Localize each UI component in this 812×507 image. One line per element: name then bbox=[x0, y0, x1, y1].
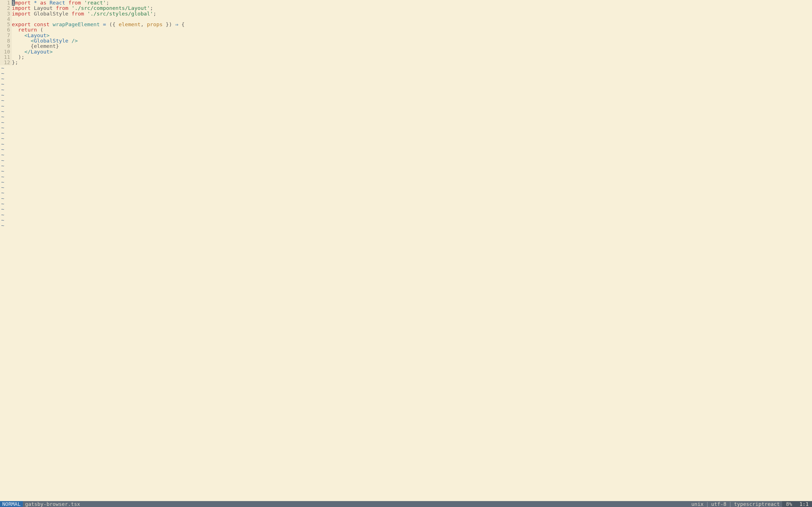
fileformat-label: unix bbox=[689, 501, 706, 507]
empty-line: ~ bbox=[0, 168, 812, 174]
statusbar-right: unix | utf-8 | typescriptreact 8% 1:1 bbox=[689, 501, 812, 507]
line-number: 3 bbox=[0, 11, 12, 16]
empty-line: ~ bbox=[0, 207, 812, 212]
code-line[interactable]: 10 </Layout> bbox=[0, 49, 812, 54]
code-content[interactable]: import * as React from 'react'; bbox=[12, 0, 109, 5]
statusbar-separator: | bbox=[706, 501, 709, 507]
code-line[interactable]: 12}; bbox=[0, 60, 812, 65]
empty-line: ~ bbox=[0, 98, 812, 103]
statusbar-separator: | bbox=[728, 501, 732, 507]
empty-line: ~ bbox=[0, 223, 812, 228]
empty-line: ~ bbox=[0, 120, 812, 125]
empty-line: ~ bbox=[0, 201, 812, 207]
tilde-marker: ~ bbox=[0, 179, 4, 185]
filetype-label: typescriptreact bbox=[732, 501, 782, 507]
tilde-marker: ~ bbox=[0, 196, 4, 201]
tilde-marker: ~ bbox=[0, 158, 4, 163]
line-number: 1 bbox=[0, 0, 12, 5]
empty-line: ~ bbox=[0, 217, 812, 223]
tilde-marker: ~ bbox=[0, 120, 4, 125]
empty-line: ~ bbox=[0, 163, 812, 168]
code-content[interactable]: {element} bbox=[12, 43, 59, 49]
filename-label: gatsby-browser.tsx bbox=[23, 501, 82, 507]
code-line[interactable]: 3import GlobalStyle from './src/styles/g… bbox=[0, 11, 812, 16]
code-content[interactable]: export const wrapPageElement = ({ elemen… bbox=[12, 22, 185, 27]
empty-line: ~ bbox=[0, 87, 812, 93]
line-number: 8 bbox=[0, 38, 12, 43]
empty-line: ~ bbox=[0, 212, 812, 217]
tilde-marker: ~ bbox=[0, 71, 4, 76]
line-number: 2 bbox=[0, 5, 12, 11]
empty-line: ~ bbox=[0, 81, 812, 87]
tilde-marker: ~ bbox=[0, 103, 4, 109]
cursor-position-label: 1:1 bbox=[796, 501, 812, 507]
empty-line: ~ bbox=[0, 142, 812, 147]
code-content[interactable]: ); bbox=[12, 54, 24, 60]
tilde-marker: ~ bbox=[0, 185, 4, 190]
line-number: 9 bbox=[0, 43, 12, 49]
tilde-marker: ~ bbox=[0, 207, 4, 212]
tilde-marker: ~ bbox=[0, 76, 4, 81]
code-line[interactable]: 2import Layout from './src/components/La… bbox=[0, 5, 812, 11]
code-content[interactable]: <GlobalStyle /> bbox=[12, 38, 78, 43]
status-bar: NORMAL gatsby-browser.tsx unix | utf-8 |… bbox=[0, 501, 812, 507]
tilde-marker: ~ bbox=[0, 223, 4, 228]
tilde-marker: ~ bbox=[0, 136, 4, 141]
code-content[interactable]: }; bbox=[12, 60, 18, 65]
tilde-marker: ~ bbox=[0, 174, 4, 179]
statusbar-spacer bbox=[82, 501, 689, 507]
empty-line: ~ bbox=[0, 71, 812, 76]
code-line[interactable]: 5export const wrapPageElement = ({ eleme… bbox=[0, 22, 812, 27]
empty-line: ~ bbox=[0, 114, 812, 119]
code-line[interactable]: 1import * as React from 'react'; bbox=[0, 0, 812, 5]
code-content[interactable]: <Layout> bbox=[12, 33, 50, 38]
tilde-marker: ~ bbox=[0, 98, 4, 103]
tilde-marker: ~ bbox=[0, 212, 4, 217]
editor-root: 1import * as React from 'react';2import … bbox=[0, 0, 812, 507]
empty-line: ~ bbox=[0, 125, 812, 130]
vim-mode-indicator: NORMAL bbox=[0, 501, 23, 507]
tilde-marker: ~ bbox=[0, 142, 4, 147]
tilde-marker: ~ bbox=[0, 163, 4, 168]
empty-line: ~ bbox=[0, 76, 812, 81]
tilde-marker: ~ bbox=[0, 147, 4, 152]
empty-line: ~ bbox=[0, 152, 812, 158]
empty-line: ~ bbox=[0, 130, 812, 136]
code-line[interactable]: 6 return ( bbox=[0, 27, 812, 33]
scroll-percent-label: 8% bbox=[782, 501, 796, 507]
line-number: 7 bbox=[0, 33, 12, 38]
tilde-marker: ~ bbox=[0, 130, 4, 136]
code-content[interactable]: import GlobalStyle from './src/styles/gl… bbox=[12, 11, 156, 16]
tilde-marker: ~ bbox=[0, 65, 4, 71]
line-number: 11 bbox=[0, 54, 12, 60]
empty-line: ~ bbox=[0, 185, 812, 190]
tilde-marker: ~ bbox=[0, 152, 4, 158]
code-content[interactable]: import Layout from './src/components/Lay… bbox=[12, 5, 153, 11]
tilde-marker: ~ bbox=[0, 109, 4, 114]
empty-line: ~ bbox=[0, 136, 812, 141]
tilde-marker: ~ bbox=[0, 125, 4, 130]
code-line[interactable]: 11 ); bbox=[0, 54, 812, 60]
code-content[interactable]: </Layout> bbox=[12, 49, 53, 54]
line-number: 6 bbox=[0, 27, 12, 33]
empty-line: ~ bbox=[0, 174, 812, 179]
code-line[interactable]: 9 {element} bbox=[0, 43, 812, 49]
line-number: 5 bbox=[0, 22, 12, 27]
empty-line: ~ bbox=[0, 158, 812, 163]
empty-line: ~ bbox=[0, 196, 812, 201]
tilde-marker: ~ bbox=[0, 201, 4, 207]
empty-line: ~ bbox=[0, 109, 812, 114]
code-content[interactable]: return ( bbox=[12, 27, 43, 33]
tilde-marker: ~ bbox=[0, 114, 4, 119]
empty-line: ~ bbox=[0, 179, 812, 185]
empty-line: ~ bbox=[0, 190, 812, 195]
code-line[interactable]: 7 <Layout> bbox=[0, 33, 812, 38]
code-buffer[interactable]: 1import * as React from 'react';2import … bbox=[0, 0, 812, 501]
empty-line: ~ bbox=[0, 103, 812, 109]
tilde-marker: ~ bbox=[0, 217, 4, 223]
empty-line: ~ bbox=[0, 147, 812, 152]
code-line[interactable]: 8 <GlobalStyle /> bbox=[0, 38, 812, 43]
empty-line: ~ bbox=[0, 65, 812, 71]
code-line[interactable]: 4 bbox=[0, 16, 812, 22]
tilde-marker: ~ bbox=[0, 168, 4, 174]
